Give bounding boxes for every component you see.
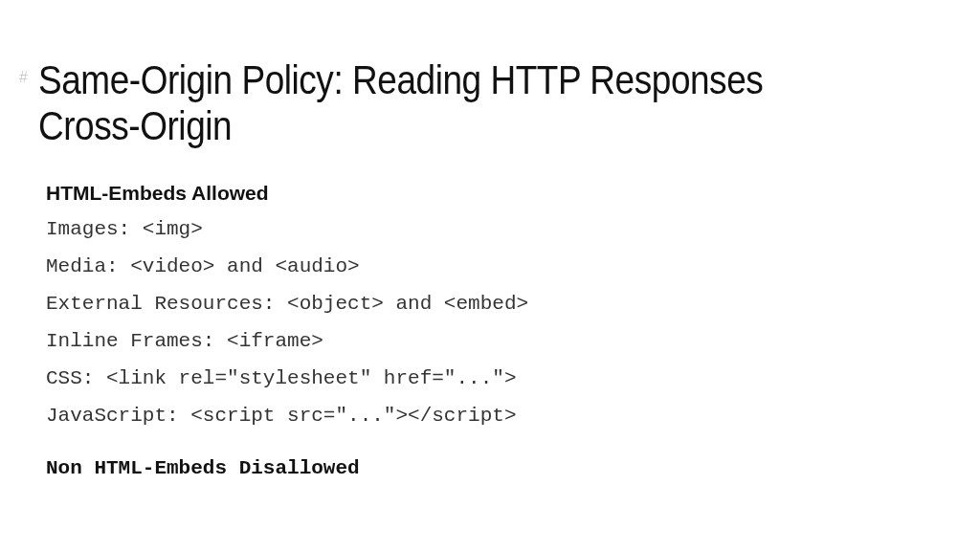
embed-line-images: Images: <img> <box>46 218 942 240</box>
embed-line-external: External Resources: <object> and <embed> <box>46 293 942 315</box>
embed-line-css: CSS: <link rel="stylesheet" href="..."> <box>46 367 942 389</box>
hash-marker: # <box>19 69 28 86</box>
section-disallowed-heading: Non HTML-Embeds Disallowed <box>46 457 942 479</box>
section-allowed-heading: HTML-Embeds Allowed <box>46 182 942 205</box>
embed-line-js: JavaScript: <script src="..."></script> <box>46 405 942 427</box>
embed-line-media: Media: <video> and <audio> <box>46 255 942 277</box>
embed-line-iframe: Inline Frames: <iframe> <box>46 330 942 352</box>
page-title: Same-Origin Policy: Reading HTTP Respons… <box>38 57 834 149</box>
